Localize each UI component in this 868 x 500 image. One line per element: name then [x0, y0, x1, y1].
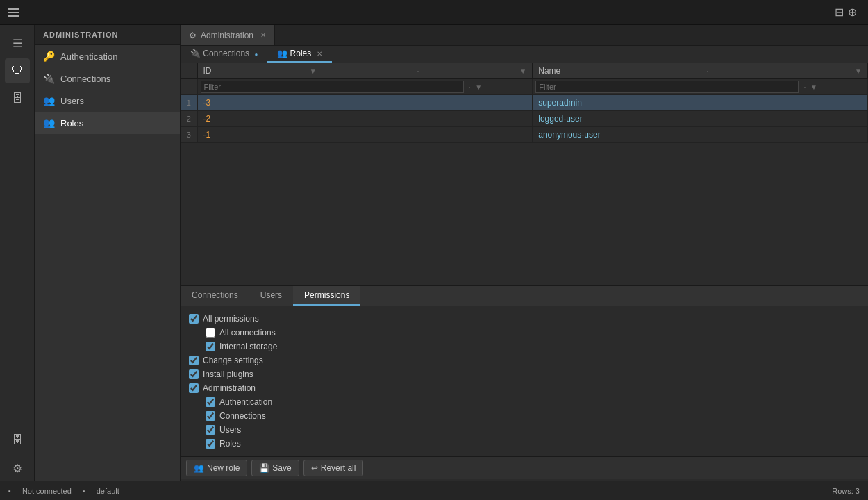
new-role-icon: 👥	[194, 463, 204, 473]
sidebar-item-users[interactable]: 👥 Users	[35, 90, 180, 112]
perm-checkbox-connections2[interactable]	[206, 411, 215, 421]
perm-row-all-connections: All connections	[189, 326, 860, 340]
sub-tab-roles[interactable]: 👥 Roles ✕	[267, 46, 331, 62]
perm-row-auth: Authentication	[189, 395, 860, 409]
id-more-icon[interactable]: ▼	[519, 67, 526, 75]
schema-icon: ▪	[83, 487, 85, 495]
filter-input-name[interactable]	[535, 81, 799, 93]
perm-row-administration: Administration	[189, 381, 860, 395]
save-icon: 💾	[259, 463, 269, 473]
perm-row-all: All permissions	[189, 312, 860, 326]
name-filter-icon[interactable]: ▼	[855, 67, 862, 75]
filter-id-icon[interactable]: ⋮	[466, 83, 473, 91]
perm-checkbox-all[interactable]	[189, 314, 199, 324]
bottom-tab-users[interactable]: Users	[249, 286, 293, 306]
filter-row-num	[181, 79, 197, 95]
window-title[interactable]: ⚙ Administration ✕	[181, 25, 275, 45]
grid-icon[interactable]: ⊟	[835, 6, 844, 19]
id-sort-icon[interactable]: ▼	[310, 67, 317, 75]
permissions-pane: All permissions All connections Internal…	[181, 306, 868, 456]
filter-name-funnel[interactable]: ▼	[810, 83, 817, 91]
perm-checkbox-roles2[interactable]	[206, 439, 215, 449]
filter-row: ⋮ ▼ ⋮ ▼	[181, 79, 868, 95]
sidebar-item-authentication[interactable]: 🔑 Authentication	[35, 45, 180, 67]
perm-row-install-plugins: Install plugins	[189, 367, 860, 381]
sidebar: ADMINISTRATION 🔑 Authentication 🔌 Connec…	[35, 25, 181, 481]
save-button[interactable]: 💾 Save	[251, 460, 299, 476]
add-icon[interactable]: ⊕	[848, 6, 857, 19]
hamburger-menu[interactable]	[6, 6, 22, 19]
cell-id-2: -2	[197, 111, 533, 127]
icon-bar-menu[interactable]: ☰	[5, 31, 30, 56]
cell-id-3: -1	[197, 127, 533, 143]
app-header: ⊟ ⊕	[0, 0, 868, 25]
table-header-row: ID ▼ ⋮ ▼ Name ⋮ ▼	[181, 63, 868, 79]
bottom-section: Connections Users Permissions All permis…	[181, 285, 868, 479]
window-close-icon[interactable]: ✕	[260, 31, 266, 39]
icon-bar-database2[interactable]: 🗄	[5, 428, 30, 453]
cell-name-3: anonymous-user	[533, 127, 868, 143]
new-role-button[interactable]: 👥 New role	[186, 460, 247, 476]
id-filter-icon[interactable]: ⋮	[415, 67, 422, 75]
perm-row-connections2: Connections	[189, 409, 860, 423]
filter-name-icon[interactable]: ⋮	[801, 83, 808, 91]
roles-tab-close[interactable]: ✕	[317, 50, 322, 58]
perm-checkbox-users2[interactable]	[206, 425, 215, 435]
app-layout: ☰ 🛡 🗄 🗄 ⚙ ADMINISTRATION 🔑 Authenticatio…	[0, 25, 868, 481]
row-num-header	[181, 63, 197, 79]
table-row[interactable]: 2 -2 logged-user	[181, 111, 868, 127]
perm-label-auth: Authentication	[219, 397, 272, 407]
perm-checkbox-auth[interactable]	[206, 397, 215, 407]
schema-name: default	[97, 487, 119, 495]
name-sort-icon[interactable]: ⋮	[704, 67, 711, 75]
col-header-id: ID ▼ ⋮ ▼	[197, 63, 533, 79]
sidebar-item-roles[interactable]: 👥 Roles	[35, 112, 180, 134]
bottom-tab-connections[interactable]: Connections	[181, 286, 249, 306]
bottom-tab-permissions[interactable]: Permissions	[293, 286, 360, 306]
roles-tab-label: Roles	[290, 49, 312, 58]
connections-tab-label: Connections	[203, 49, 249, 58]
row-num-3: 3	[181, 127, 197, 143]
perm-checkbox-change-settings[interactable]	[189, 356, 199, 365]
data-table-area: ID ▼ ⋮ ▼ Name ⋮ ▼	[181, 63, 868, 285]
perm-checkbox-install-plugins[interactable]	[189, 369, 199, 379]
perm-checkbox-internal-storage[interactable]	[206, 342, 215, 351]
not-connected-icon: ▪	[8, 487, 11, 495]
perm-label-internal-storage: Internal storage	[219, 342, 277, 351]
perm-row-users2: Users	[189, 423, 860, 437]
icon-bar-settings[interactable]: ⚙	[5, 456, 30, 481]
perm-label-roles2: Roles	[219, 439, 241, 449]
users-icon: 👥	[43, 95, 55, 106]
roles-table: ID ▼ ⋮ ▼ Name ⋮ ▼	[181, 63, 868, 143]
icon-bar-shield[interactable]: 🛡	[5, 58, 30, 83]
perm-checkbox-all-connections[interactable]	[206, 328, 215, 338]
topbar-right: ⊟ ⊕	[829, 6, 862, 19]
perm-label-all: All permissions	[203, 314, 259, 324]
sidebar-item-connections[interactable]: 🔌 Connections	[35, 67, 180, 90]
sidebar-label-connections: Connections	[60, 74, 110, 84]
filter-input-id[interactable]	[201, 81, 464, 93]
window-title-icon: ⚙	[189, 31, 197, 40]
auth-icon: 🔑	[43, 51, 55, 62]
connections-tab-icon: 🔌	[190, 49, 201, 58]
sidebar-label-authentication: Authentication	[60, 51, 117, 62]
row-num-1: 1	[181, 95, 197, 111]
icon-bar-database[interactable]: 🗄	[5, 86, 30, 111]
revert-icon: ↩	[311, 463, 318, 473]
sub-tab-connections[interactable]: 🔌 Connections ●	[181, 46, 267, 62]
perm-label-administration: Administration	[203, 383, 256, 393]
revert-label: Revert all	[321, 463, 356, 473]
window-tabs: ⚙ Administration ✕	[181, 25, 868, 46]
col-header-name: Name ⋮ ▼	[533, 63, 868, 79]
filter-id-funnel[interactable]: ▼	[475, 83, 482, 91]
row-count: Rows: 3	[832, 487, 860, 495]
save-label: Save	[272, 463, 291, 473]
status-bar: ▪ Not connected ▪ default Rows: 3	[0, 481, 868, 500]
table-row[interactable]: 1 -3 superadmin	[181, 95, 868, 111]
perm-label-connections2: Connections	[219, 411, 266, 421]
perm-checkbox-administration[interactable]	[189, 383, 199, 393]
table-row[interactable]: 3 -1 anonymous-user	[181, 127, 868, 143]
roles-tab-icon: 👥	[277, 49, 287, 58]
revert-all-button[interactable]: ↩ Revert all	[303, 460, 364, 476]
main-area: ⚙ Administration ✕ 🔌 Connections ● 👥 Rol…	[181, 25, 868, 481]
